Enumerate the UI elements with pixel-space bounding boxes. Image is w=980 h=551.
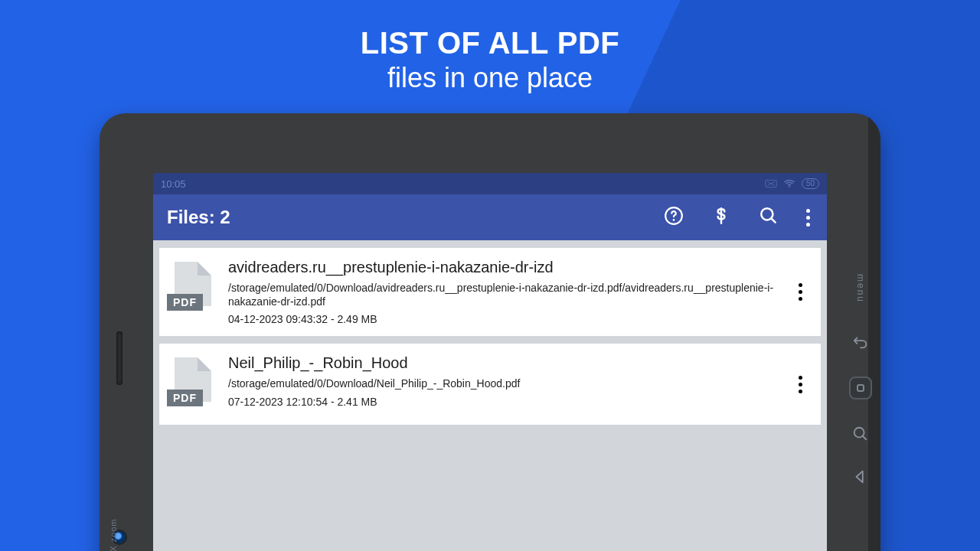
status-wifi-icon: [783, 179, 795, 188]
tablet-side-buttons: menu: [841, 274, 880, 485]
help-button[interactable]: [664, 206, 684, 229]
overflow-button[interactable]: [806, 209, 810, 227]
status-battery: 50: [802, 178, 819, 189]
file-item-more-button[interactable]: [794, 371, 807, 398]
pdf-file-icon: PDF: [167, 262, 219, 318]
file-item[interactable]: PDF Neil_Philip_-_Robin_Hood /storage/em…: [159, 344, 821, 425]
pdf-file-icon: PDF: [167, 357, 219, 414]
file-meta: 04-12-2023 09:43:32 - 2.49 MB: [228, 313, 785, 325]
hw-back-icon[interactable]: [852, 468, 869, 485]
help-icon: [664, 206, 684, 226]
file-list: PDF avidreaders.ru__prestuplenie-i-nakaz…: [153, 240, 827, 551]
svg-point-2: [789, 186, 790, 187]
status-nosim-icon: [765, 179, 777, 188]
promo-line-1: LIST OF ALL PDF: [0, 26, 980, 60]
file-item[interactable]: PDF avidreaders.ru__prestuplenie-i-nakaz…: [159, 248, 821, 336]
hw-home-button[interactable]: [849, 377, 872, 399]
status-bar: 10:05 50: [153, 173, 827, 194]
file-name: Neil_Philip_-_Robin_Hood: [228, 354, 785, 372]
search-icon: [759, 206, 779, 226]
app-bar: Files: 2: [153, 194, 827, 240]
tablet-camera-label: 3.X zoom: [109, 519, 118, 551]
pdf-badge: PDF: [167, 390, 203, 406]
app-screen: 10:05 50 Files: 2: [153, 173, 827, 551]
promo-headline: LIST OF ALL PDF files in one place: [0, 0, 980, 94]
file-item-more-button[interactable]: [794, 279, 807, 305]
hw-menu-label: menu: [855, 274, 866, 303]
status-time: 10:05: [161, 178, 186, 190]
appbar-title: Files: 2: [167, 207, 664, 228]
file-name: avidreaders.ru__prestuplenie-i-nakazanie…: [228, 259, 785, 276]
file-path: /storage/emulated/0/Download/avidreaders…: [228, 281, 785, 308]
file-meta: 07-12-2023 12:10:54 - 2.41 MB: [228, 396, 785, 408]
search-button[interactable]: [759, 206, 779, 229]
dollar-icon: [711, 206, 731, 226]
hw-return-icon[interactable]: [852, 334, 869, 350]
tablet-frame: 3.X zoom menu 10:05 50 Files: 2: [100, 113, 880, 551]
tablet-speaker: [116, 331, 122, 385]
hw-search-icon[interactable]: [852, 425, 869, 442]
promo-line-2: files in one place: [0, 62, 980, 94]
file-path: /storage/emulated/0/Download/Neil_Philip…: [228, 377, 785, 390]
pdf-badge: PDF: [167, 294, 203, 311]
donate-button[interactable]: [711, 206, 731, 229]
svg-point-4: [673, 219, 675, 221]
